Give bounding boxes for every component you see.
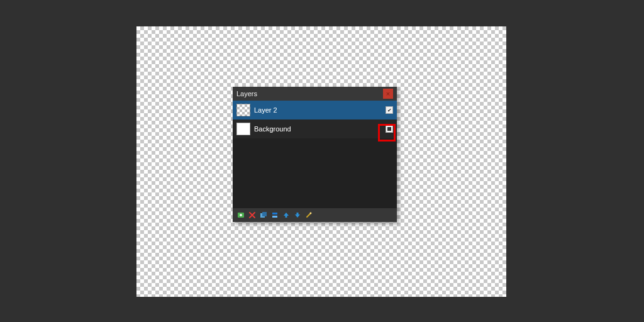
layer-row[interactable]: Layer 2 — [233, 101, 397, 119]
merge-layer-button[interactable] — [270, 211, 279, 219]
wand-icon — [305, 211, 313, 219]
properties-button[interactable] — [304, 211, 313, 219]
merge-icon — [271, 211, 279, 219]
layer-row[interactable]: Background — [233, 119, 397, 138]
arrow-down-icon — [294, 211, 301, 219]
svg-point-7 — [310, 213, 312, 214]
svg-rect-4 — [262, 212, 267, 216]
svg-rect-5 — [272, 213, 277, 214]
svg-rect-6 — [272, 216, 277, 218]
duplicate-icon — [260, 211, 267, 219]
add-layer-button[interactable] — [236, 211, 245, 219]
layers-panel-toolbar — [233, 208, 397, 222]
layer-thumbnail — [236, 123, 250, 135]
layers-panel-title: Layers — [236, 90, 383, 97]
delete-layer-button[interactable] — [248, 211, 257, 219]
layer-name-label: Background — [254, 125, 382, 133]
delete-icon — [248, 211, 256, 219]
move-down-button[interactable] — [293, 211, 302, 219]
layer-thumbnail — [236, 104, 250, 116]
layers-list: Layer 2 Background — [233, 101, 397, 208]
duplicate-layer-button[interactable] — [259, 211, 268, 219]
arrow-up-icon — [282, 211, 290, 219]
visibility-toggle[interactable] — [386, 125, 393, 133]
move-up-button[interactable] — [282, 211, 291, 219]
add-layer-icon — [237, 211, 245, 219]
svg-rect-2 — [240, 214, 242, 216]
close-icon[interactable]: × — [383, 89, 393, 99]
layer-name-label: Layer 2 — [254, 106, 382, 114]
layers-panel-header[interactable]: Layers × — [233, 87, 397, 101]
visibility-toggle[interactable] — [386, 106, 393, 114]
layers-panel: Layers × Layer 2 Background — [233, 87, 397, 222]
